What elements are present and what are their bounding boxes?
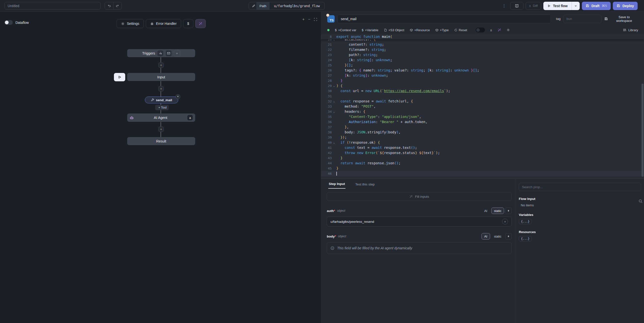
fold-chevron-icon[interactable]: ⌄ (332, 99, 336, 104)
library-button[interactable]: Library (623, 28, 638, 32)
code-line[interactable]: 41 const text = await response.text(); (321, 145, 644, 150)
edit-path-pencil-icon[interactable] (249, 4, 256, 8)
code-line[interactable]: 34⌄ headers: { (321, 109, 644, 114)
fill-inputs-button[interactable]: Fill inputs (327, 192, 512, 201)
code-sticky-line[interactable]: 8export async function main( (321, 34, 644, 39)
code-line[interactable]: 22 filename?: string; (321, 47, 644, 52)
code-line[interactable]: 38 body: JSON.stringify(body), (321, 130, 644, 135)
reset-code-button[interactable]: Reset (454, 28, 467, 32)
save-to-workspace-button[interactable]: Save to workspace (604, 15, 638, 23)
zoom-out-button[interactable]: − (308, 17, 310, 22)
settings-button[interactable]: Settings (116, 19, 144, 28)
fold-chevron-icon[interactable]: ⌄ (332, 83, 336, 88)
draft-button[interactable]: Draft⌘S (582, 2, 610, 10)
code-line[interactable]: 27 [k: string]: unknown; (321, 73, 644, 78)
search-icon[interactable] (638, 199, 643, 203)
fold-chevron-icon[interactable]: ⌄ (332, 140, 336, 145)
auth-resource-input[interactable]: u/farhadglbs/peerless_resend × (327, 217, 512, 226)
code-text: tags?: { name?: string; value?: string; … (336, 68, 644, 73)
flow-title-input[interactable] (4, 2, 101, 10)
add-tool-button[interactable]: + Tool (155, 105, 169, 110)
code-line[interactable]: 39 }); (321, 135, 644, 140)
editor-mode-toggle[interactable] (476, 28, 485, 33)
code-line[interactable]: 24 [k: string]: unknown; (321, 58, 644, 63)
docs-button[interactable] (510, 2, 524, 10)
code-line[interactable]: 42 throw new Error(`${response.status} $… (321, 150, 644, 155)
tab-step-input[interactable]: Step Input (328, 182, 346, 189)
code-line[interactable]: 36 Authorization: "Bearer " + auth.token… (321, 119, 644, 125)
overflow-menu-button[interactable]: ⋮ (500, 4, 508, 8)
add-type-button[interactable]: +Type (435, 28, 449, 32)
code-line[interactable]: 28 } (321, 78, 644, 83)
line-number: 28 (321, 78, 332, 83)
code-editor[interactable]: 8export async function main( 20⌄ attachm… (321, 34, 644, 179)
deploy-button[interactable]: Deploy (613, 2, 638, 10)
ai-edit-button[interactable] (498, 28, 501, 32)
code-line[interactable]: 44 return await response.json(); (321, 161, 644, 166)
add-step-button-bottom[interactable]: + (158, 127, 164, 132)
code-line[interactable]: 25 }[]; (321, 63, 644, 68)
code-line[interactable]: 31 (321, 94, 644, 99)
input-node[interactable]: Input (127, 73, 195, 81)
code-line[interactable]: 33 method: "POST", (321, 104, 644, 109)
code-line[interactable]: 37 }, (321, 125, 644, 130)
dataflow-toggle[interactable] (4, 20, 13, 25)
send-mail-tool-node[interactable]: send_mail × (145, 97, 178, 103)
add-trigger-button[interactable]: + (174, 50, 180, 57)
code-line[interactable]: 40⌄ if (!response.ok) { (321, 140, 644, 145)
ai-agent-node[interactable]: AI Agent a (127, 114, 195, 122)
resources-object-chip[interactable]: {...} (519, 236, 532, 241)
diff-mode-button[interactable]: ± (490, 28, 492, 32)
code-line[interactable]: 30 const url = new URL(`https://api.rese… (321, 88, 644, 94)
text-cursor (336, 172, 337, 176)
code-line[interactable]: 45} (321, 166, 644, 171)
triggers-node[interactable]: Triggers + (127, 49, 195, 57)
editor-settings-button[interactable] (506, 28, 510, 32)
undo-button[interactable] (105, 2, 113, 9)
path-chip[interactable]: Path u/farhadglbs/grand_flow (249, 2, 324, 10)
test-flow-button[interactable]: Test flow (543, 2, 572, 10)
fold-chevron-icon[interactable]: ⌄ (332, 109, 336, 114)
worker-group-button[interactable]: $ (183, 19, 193, 28)
redo-button[interactable] (113, 2, 122, 9)
code-line[interactable]: 35 "Content-Type": "application/json", (321, 114, 644, 119)
editor-scrollbar-thumb[interactable] (642, 84, 644, 177)
body-mode-static-button[interactable]: static (491, 233, 504, 239)
remove-tool-button[interactable]: × (176, 94, 180, 99)
code-line[interactable]: 21 content?: string; (321, 42, 644, 47)
play-icon (547, 4, 551, 8)
code-line[interactable]: 29⌄) { (321, 83, 644, 88)
code-line[interactable]: 23 path?: string; (321, 52, 644, 58)
variables-object-chip[interactable]: {...} (519, 219, 532, 224)
tag-input[interactable] (563, 15, 602, 23)
tab-test-this-step[interactable]: Test this step (355, 182, 375, 189)
clear-auth-button[interactable]: × (502, 219, 508, 224)
code-line[interactable]: 46 (321, 171, 644, 176)
body-expression-button[interactable] (505, 233, 512, 239)
code-line[interactable]: 32⌄ const response = await fetch(url, { (321, 99, 644, 104)
zoom-in-button[interactable]: + (302, 17, 304, 22)
add-context-var-button[interactable]: $+Context var (335, 28, 356, 32)
add-s3-object-button[interactable]: +S3 Object (384, 28, 404, 32)
webhook-trigger-icon[interactable] (157, 50, 164, 57)
auth-mode-ai-button[interactable]: AI (482, 208, 490, 214)
add-step-button-top[interactable]: + (158, 62, 164, 68)
add-variable-button[interactable]: $+Variable (362, 28, 378, 32)
add-step-button-middle[interactable]: + (158, 86, 164, 91)
body-mode-ai-button[interactable]: AI (482, 233, 490, 239)
result-node[interactable]: Result (127, 137, 195, 145)
auth-expression-button[interactable] (505, 208, 512, 214)
email-trigger-icon[interactable] (166, 50, 172, 57)
fit-view-button[interactable] (314, 18, 317, 21)
add-resource-button[interactable]: +Resource (410, 28, 430, 32)
run-flow-preview-button[interactable] (114, 73, 125, 81)
ai-assistant-button[interactable] (195, 19, 206, 28)
step-name-input[interactable] (337, 15, 551, 23)
diff-button[interactable]: ±Diff (526, 2, 541, 10)
auth-mode-static-button[interactable]: static (491, 208, 504, 214)
search-prop-input[interactable] (519, 183, 641, 191)
code-line[interactable]: 43 } (321, 155, 644, 161)
test-flow-dropdown-button[interactable] (572, 2, 580, 10)
error-handler-button[interactable]: Error Handler (146, 19, 181, 28)
code-line[interactable]: 26 tags?: { name?: string; value?: strin… (321, 68, 644, 73)
